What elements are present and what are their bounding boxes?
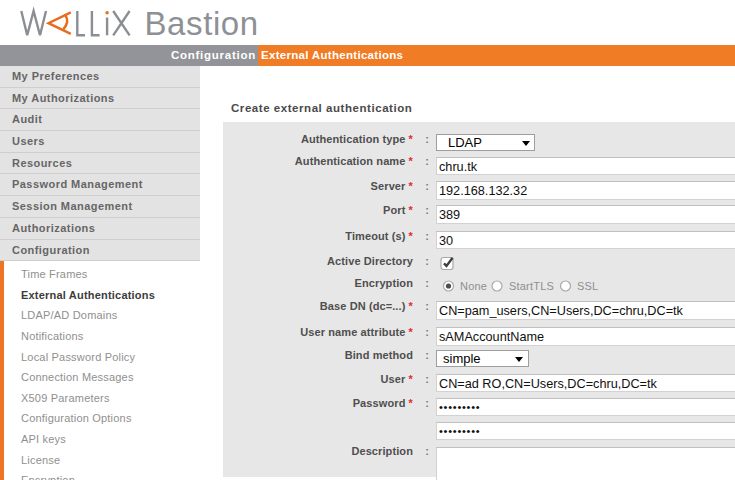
svg-text:Bastion: Bastion — [145, 5, 259, 42]
